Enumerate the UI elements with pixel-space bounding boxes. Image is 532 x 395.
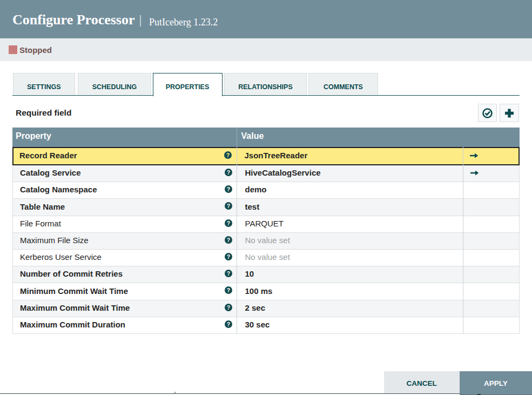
svg-text:?: ? — [227, 321, 230, 327]
svg-text:?: ? — [227, 169, 230, 176]
svg-text:?: ? — [227, 186, 230, 192]
svg-text:?: ? — [227, 203, 230, 209]
svg-text:?: ? — [227, 304, 230, 310]
svg-text:?: ? — [227, 270, 230, 277]
svg-text:?: ? — [227, 287, 230, 293]
svg-text:?: ? — [227, 219, 230, 226]
svg-text:?: ? — [227, 237, 230, 243]
svg-text:?: ? — [227, 253, 230, 260]
svg-text:?: ? — [226, 152, 230, 158]
